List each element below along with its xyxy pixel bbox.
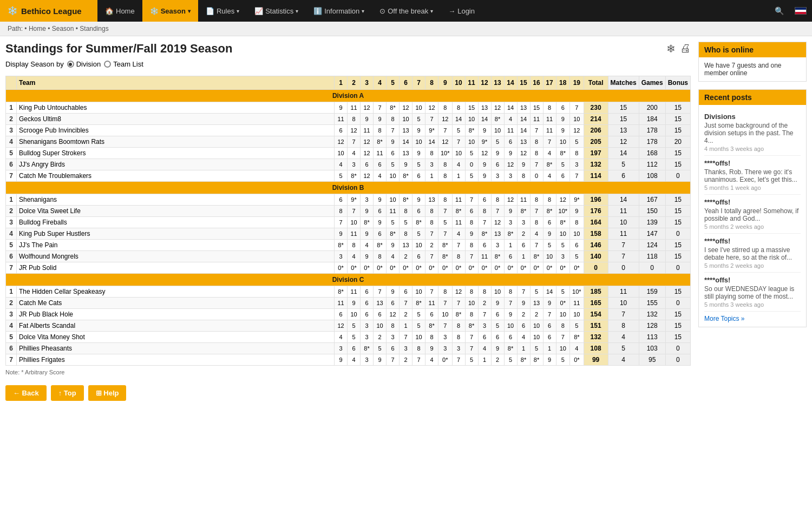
col-11: 11 xyxy=(465,76,478,90)
title-icons: ❄ 🖨 xyxy=(666,42,691,55)
col-15: 15 xyxy=(517,76,530,90)
home-icon: 🏠 xyxy=(105,7,114,15)
col-16: 16 xyxy=(530,76,543,90)
table-row: 7JR Pub Solid0*0*0*0*0*0*0*0*0*0*0*0*0*0… xyxy=(6,262,691,274)
post-item[interactable]: ****offs! So our WEDNESDAY league is sti… xyxy=(704,273,801,312)
table-row: 2Catch Me Cats119613678*11771029791390*1… xyxy=(6,298,691,309)
table-row: 1King Pub Untouchables9111278*1210128815… xyxy=(6,102,691,114)
statistics-arrow: ▾ xyxy=(296,8,298,14)
logo-text: Bethico League xyxy=(21,6,82,16)
more-topics-link[interactable]: More Topics » xyxy=(704,315,801,322)
navigation: ❄️ Bethico League 🏠 Home ❄️ Season ▾ 📄 R… xyxy=(0,0,812,22)
login-icon: → xyxy=(448,7,455,15)
col-14: 14 xyxy=(504,76,517,90)
table-row: 7Phillies Frigates943972740*751258*8*950… xyxy=(6,354,691,366)
radio-team-list[interactable]: Team List xyxy=(104,60,143,68)
nav-right: 🔍 xyxy=(769,0,812,22)
off-break-arrow: ▾ xyxy=(430,8,433,14)
table-row: 3Scrooge Pub Invincibles61211871399*758*… xyxy=(6,125,691,136)
search-icon[interactable]: 🔍 xyxy=(769,0,789,22)
col-8: 8 xyxy=(425,76,438,90)
table-row: 2Dolce Vita Sweet Life87961186878*68798*… xyxy=(6,206,691,217)
col-6: 6 xyxy=(400,76,412,90)
help-button[interactable]: ⊞ Help xyxy=(88,385,127,401)
nav-rules[interactable]: 📄 Rules ▾ xyxy=(198,0,247,22)
main-wrapper: Standings for Summer/Fall 2019 Season ❄ … xyxy=(0,36,812,406)
col-10: 10 xyxy=(452,76,465,90)
division-radio-dot xyxy=(67,61,74,68)
footer-buttons: ← Back ↑ Top ⊞ Help xyxy=(5,385,691,401)
table-row: 4Fat Alberts Scandal1253108158*788*35106… xyxy=(6,320,691,332)
information-icon: ℹ️ xyxy=(313,7,322,15)
sidebar: Who is online We have 7 guests and one m… xyxy=(698,42,807,401)
team-list-radio-dot xyxy=(104,61,111,68)
table-row: 5Dolce Vita Money Shot453237108387666410… xyxy=(6,332,691,343)
who-online-title: Who is online xyxy=(699,42,806,57)
table-row: 5Bulldog Super Strokers10412116139810*10… xyxy=(6,148,691,159)
nav-off-break[interactable]: ⊙ Off the break ▾ xyxy=(372,0,441,22)
top-button[interactable]: ↑ Top xyxy=(51,385,84,401)
note: Note: * Arbitrary Score xyxy=(5,369,691,375)
radio-division[interactable]: Division xyxy=(67,60,101,68)
table-row: 6Phillies Pheasants368*56389337498*15110… xyxy=(6,343,691,354)
season-arrow: ▾ xyxy=(188,8,191,14)
display-row: Display Season by Division Team List xyxy=(5,60,691,68)
off-break-icon: ⊙ xyxy=(379,7,385,15)
nav-season[interactable]: ❄️ Season ▾ xyxy=(142,0,198,22)
logo-snowflake: ❄️ xyxy=(8,6,18,16)
table-row: 7Catch Me Troublemakers58*124108*6181593… xyxy=(6,170,691,182)
nav-items: 🏠 Home ❄️ Season ▾ 📄 Rules ▾ 📈 Statistic… xyxy=(97,0,769,22)
who-online-box: Who is online We have 7 guests and one m… xyxy=(698,42,807,82)
recent-posts-box: Recent posts Divisions Just some backgro… xyxy=(698,89,807,327)
col-4: 4 xyxy=(374,76,387,90)
col-5: 5 xyxy=(387,76,400,90)
table-row: 6JJ's Angry Birds436659538409612978*5313… xyxy=(6,159,691,170)
col-9: 9 xyxy=(438,76,453,90)
division-header: Division B xyxy=(6,182,691,194)
col-total: Total xyxy=(584,76,608,90)
recent-posts-title: Recent posts xyxy=(699,90,806,105)
page-title: Standings for Summer/Fall 2019 Season xyxy=(5,42,232,56)
nav-login[interactable]: → Login xyxy=(441,0,482,22)
col-18: 18 xyxy=(556,76,570,90)
table-row: 3Bulldog Fireballs7108*9558*851187123386… xyxy=(6,217,691,228)
nav-statistics[interactable]: 📈 Statistics ▾ xyxy=(247,0,306,22)
col-19: 19 xyxy=(570,76,584,90)
rules-arrow: ▾ xyxy=(237,8,239,14)
flag-icon[interactable] xyxy=(789,0,812,22)
division-header: Division A xyxy=(6,90,691,102)
col-17: 17 xyxy=(543,76,556,90)
col-7: 7 xyxy=(412,76,425,90)
col-games: Games xyxy=(639,76,665,90)
logo[interactable]: ❄️ Bethico League xyxy=(0,0,97,22)
table-row: 3JR Pub Black Hole6106612256108*87692271… xyxy=(6,309,691,320)
table-row: 1The Hidden Cellar Speakeasy8*1167961078… xyxy=(6,286,691,298)
col-12: 12 xyxy=(478,76,491,90)
col-3: 3 xyxy=(361,76,374,90)
col-bonus: Bonus xyxy=(665,76,690,90)
nav-information[interactable]: ℹ️ Information ▾ xyxy=(306,0,372,22)
back-button[interactable]: ← Back xyxy=(5,385,47,401)
division-header: Division C xyxy=(6,274,691,286)
standings-table: Team 1 2 3 4 5 6 7 8 9 10 11 12 13 14 15 xyxy=(5,76,691,366)
post-item[interactable]: Divisions Just some background of the di… xyxy=(704,109,801,156)
nav-home[interactable]: 🏠 Home xyxy=(97,0,142,22)
col-2: 2 xyxy=(348,76,361,90)
post-item[interactable]: ****offs! Yeah I totally agree! Somehow,… xyxy=(704,195,801,234)
post-item[interactable]: ****offs! I see I've stirred up a massiv… xyxy=(704,234,801,273)
table-row: 2Geckos Ultim81189981057121410148*414111… xyxy=(6,114,691,125)
col-1: 1 xyxy=(335,76,348,90)
content: Standings for Summer/Fall 2019 Season ❄ … xyxy=(5,42,691,401)
col-rank xyxy=(6,76,17,90)
recent-posts-content: Divisions Just some background of the di… xyxy=(699,105,806,327)
print-icon[interactable]: 🖨 xyxy=(680,42,691,55)
snowflake-icon[interactable]: ❄ xyxy=(666,42,676,55)
col-team: Team xyxy=(17,76,335,90)
who-online-content: We have 7 guests and one member online xyxy=(699,57,806,81)
post-item[interactable]: ****offs! Thanks, Rob. There we go: it's… xyxy=(704,156,801,195)
table-row: 1Shenanigans69*39108*913811768121188129*… xyxy=(6,194,691,206)
table-header-row: Team 1 2 3 4 5 6 7 8 9 10 11 12 13 14 15 xyxy=(6,76,691,90)
col-matches: Matches xyxy=(608,76,639,90)
rules-icon: 📄 xyxy=(206,7,214,15)
season-icon: ❄️ xyxy=(150,7,159,15)
